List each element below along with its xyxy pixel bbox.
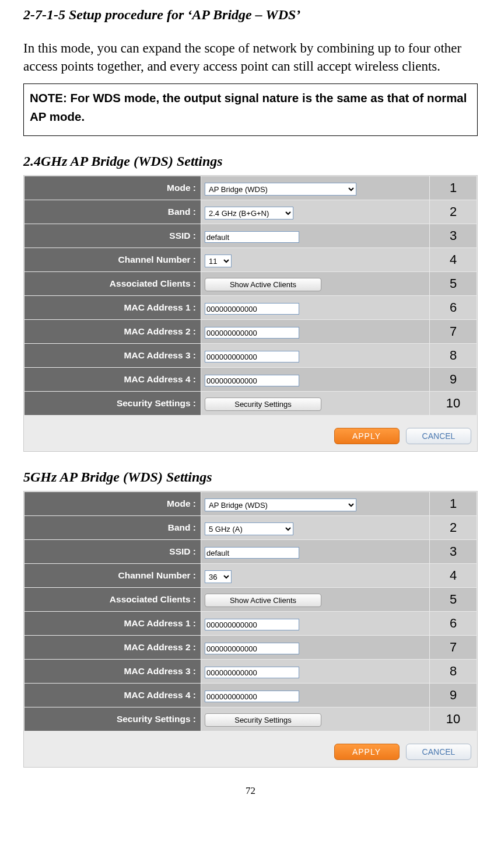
annotation: 7 [430,636,477,659]
annotation: 5 [430,588,477,611]
button-row: APPLY CANCEL [24,416,477,444]
annotation: 4 [430,248,477,271]
show-active-clients-button[interactable]: Show Active Clients [205,594,321,607]
label-mac4: MAC Address 4 : [24,368,201,391]
label-channel: Channel Number : [24,248,201,271]
annotation: 3 [430,224,477,247]
annotation: 6 [430,612,477,635]
value-clients-cell: Show Active Clients [201,272,429,295]
annotation: 3 [430,540,477,563]
value-security-cell: Security Settings [201,392,429,415]
mac3-input[interactable] [205,667,299,678]
label-mac1: MAC Address 1 : [24,612,201,635]
note-box: NOTE: For WDS mode, the output signal na… [23,83,478,136]
ssid-input[interactable] [205,231,299,243]
label-mode: Mode : [24,176,201,200]
settings-table-24ghz: Mode : AP Bridge (WDS) 1 Band : 2.4 GHz … [24,176,477,416]
mac1-input[interactable] [205,303,299,315]
show-active-clients-button[interactable]: Show Active Clients [205,278,321,291]
label-ssid: SSID : [24,540,201,563]
mode-select[interactable]: AP Bridge (WDS) [205,499,356,511]
label-security: Security Settings : [24,392,201,415]
value-mac4-cell [201,368,429,391]
channel-select[interactable]: 36 [205,570,232,583]
mode-select[interactable]: AP Bridge (WDS) [205,183,356,196]
value-security-cell: Security Settings [201,707,429,731]
label-security: Security Settings : [24,707,201,731]
annotation: 4 [430,564,477,587]
value-clients-cell: Show Active Clients [201,588,429,611]
label-band: Band : [24,200,201,224]
apply-button[interactable]: APPLY [334,428,400,444]
label-band: Band : [24,516,201,539]
value-channel-cell: 11 [201,248,429,271]
mac4-input[interactable] [205,375,299,386]
value-mac3-cell [201,344,429,367]
label-ssid: SSID : [24,224,201,247]
section-heading: 2-7-1-5 Setup procedure for ‘AP Bridge –… [23,7,478,23]
band-select[interactable]: 2.4 GHz (B+G+N) [205,207,293,219]
panel-5ghz: Mode : AP Bridge (WDS) 1 Band : 5 GHz (A… [23,491,478,768]
panel-24ghz: Mode : AP Bridge (WDS) 1 Band : 2.4 GHz … [23,175,478,452]
annotation: 2 [430,200,477,224]
cancel-button[interactable]: CANCEL [406,744,471,760]
subsection-5ghz-title: 5GHz AP Bridge (WDS) Settings [23,469,478,485]
value-channel-cell: 36 [201,564,429,587]
label-mode: Mode : [24,492,201,515]
cancel-button[interactable]: CANCEL [406,428,471,444]
band-select[interactable]: 5 GHz (A) [205,522,293,535]
mac4-input[interactable] [205,691,299,702]
annotation: 2 [430,516,477,539]
ssid-input[interactable] [205,547,299,559]
label-mac1: MAC Address 1 : [24,296,201,319]
subsection-24ghz-title: 2.4GHz AP Bridge (WDS) Settings [23,154,478,169]
mac3-input[interactable] [205,351,299,362]
annotation: 5 [430,272,477,295]
mac1-input[interactable] [205,619,299,630]
annotation: 6 [430,296,477,319]
label-mac4: MAC Address 4 : [24,684,201,707]
annotation: 9 [430,684,477,707]
value-mac3-cell [201,660,429,683]
annotation: 9 [430,368,477,391]
value-mac2-cell [201,320,429,343]
security-settings-button[interactable]: Security Settings [205,398,321,411]
value-band-cell: 2.4 GHz (B+G+N) [201,200,429,224]
value-mac2-cell [201,636,429,659]
security-settings-button[interactable]: Security Settings [205,713,321,727]
label-mac3: MAC Address 3 : [24,660,201,683]
label-mac2: MAC Address 2 : [24,636,201,659]
annotation: 1 [430,176,477,200]
page-number: 72 [23,785,478,797]
mac2-input[interactable] [205,327,299,339]
label-mac3: MAC Address 3 : [24,344,201,367]
mac2-input[interactable] [205,643,299,654]
channel-select[interactable]: 11 [205,255,232,267]
settings-table-5ghz: Mode : AP Bridge (WDS) 1 Band : 5 GHz (A… [24,491,477,731]
annotation: 10 [430,392,477,415]
label-mac2: MAC Address 2 : [24,320,201,343]
annotation: 1 [430,492,477,515]
value-ssid-cell [201,540,429,563]
value-mode-cell: AP Bridge (WDS) [201,176,429,200]
value-mac1-cell [201,296,429,319]
annotation: 10 [430,707,477,731]
value-band-cell: 5 GHz (A) [201,516,429,539]
value-mode-cell: AP Bridge (WDS) [201,492,429,515]
intro-text: In this mode, you can expand the scope o… [23,39,478,75]
value-mac1-cell [201,612,429,635]
value-ssid-cell [201,224,429,247]
label-channel: Channel Number : [24,564,201,587]
label-clients: Associated Clients : [24,588,201,611]
annotation: 8 [430,344,477,367]
label-clients: Associated Clients : [24,272,201,295]
value-mac4-cell [201,684,429,707]
apply-button[interactable]: APPLY [334,744,400,760]
button-row: APPLY CANCEL [24,731,477,760]
annotation: 8 [430,660,477,683]
annotation: 7 [430,320,477,343]
